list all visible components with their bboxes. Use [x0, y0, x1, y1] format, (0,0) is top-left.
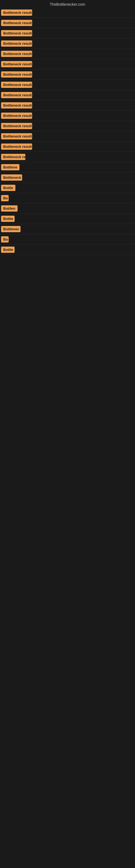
bottleneck-result-badge[interactable]: Bottleneck	[1, 175, 22, 181]
bottleneck-result-badge[interactable]: Bottleneck result	[1, 92, 32, 98]
list-item: Bottleneck result	[0, 69, 135, 80]
bottleneck-result-badge[interactable]: Bottle	[1, 247, 14, 253]
bottleneck-result-badge[interactable]: Bottleneck result	[1, 40, 32, 46]
bottleneck-result-badge[interactable]: Bo	[1, 195, 9, 201]
list-item: Bottle	[0, 214, 135, 224]
bottleneck-result-badge[interactable]: Bottleneck result	[1, 51, 32, 57]
bottleneck-result-badge[interactable]: Bo	[1, 236, 9, 243]
bottleneck-result-badge[interactable]: Bottleneck result	[1, 102, 32, 108]
list-item: Bottlenec	[0, 224, 135, 235]
bottleneck-result-badge[interactable]: Bottleneck result	[1, 30, 32, 36]
list-item: Bottlen	[0, 204, 135, 214]
list-item: Bo	[0, 235, 135, 245]
list-item: Bo	[0, 193, 135, 204]
bottleneck-result-badge[interactable]: Bottleneck result	[1, 123, 32, 129]
list-item: Bottleneck result	[0, 90, 135, 100]
list-item: Bottleneck re	[0, 152, 135, 162]
bottleneck-result-badge[interactable]: Bottleneck result	[1, 82, 32, 88]
bottleneck-result-badge[interactable]: Bottlene	[1, 164, 19, 170]
list-item: Bottle	[0, 183, 135, 193]
bottleneck-result-badge[interactable]: Bottleneck result	[1, 9, 32, 16]
bottleneck-result-badge[interactable]: Bottleneck result	[1, 113, 32, 119]
bottleneck-result-badge[interactable]: Bottleneck result	[1, 71, 32, 78]
bottleneck-result-badge[interactable]: Bottleneck result	[1, 144, 32, 150]
list-item: Bottleneck result	[0, 59, 135, 69]
bottleneck-result-badge[interactable]: Bottleneck result	[1, 61, 32, 67]
list-item: Bottleneck result	[0, 38, 135, 49]
bottleneck-result-badge[interactable]: Bottleneck result	[1, 133, 32, 140]
list-item: Bottleneck result	[0, 142, 135, 152]
list-item: Bottlene	[0, 162, 135, 173]
list-item: Bottleneck result	[0, 49, 135, 59]
bottleneck-result-badge[interactable]: Bottleneck re	[1, 154, 26, 160]
list-item: Bottleneck result	[0, 80, 135, 90]
site-title-container: TheBottlenecker.com	[0, 0, 135, 8]
list-item: Bottleneck result	[0, 8, 135, 18]
list-item: Bottleneck result	[0, 121, 135, 131]
list-item: Bottleneck result	[0, 28, 135, 38]
bottleneck-result-badge[interactable]: Bottle	[1, 185, 15, 191]
bottleneck-result-badge[interactable]: Bottle	[1, 216, 14, 222]
list-item: Bottleneck	[0, 173, 135, 183]
results-list: Bottleneck resultBottleneck resultBottle…	[0, 8, 135, 255]
bottleneck-result-badge[interactable]: Bottleneck result	[1, 20, 32, 26]
site-title: TheBottlenecker.com	[0, 0, 135, 8]
bottleneck-result-badge[interactable]: Bottlen	[1, 205, 17, 212]
list-item: Bottleneck result	[0, 18, 135, 28]
list-item: Bottleneck result	[0, 111, 135, 121]
list-item: Bottleneck result	[0, 100, 135, 111]
list-item: Bottleneck result	[0, 131, 135, 142]
bottleneck-result-badge[interactable]: Bottlenec	[1, 226, 20, 232]
list-item: Bottle	[0, 245, 135, 255]
